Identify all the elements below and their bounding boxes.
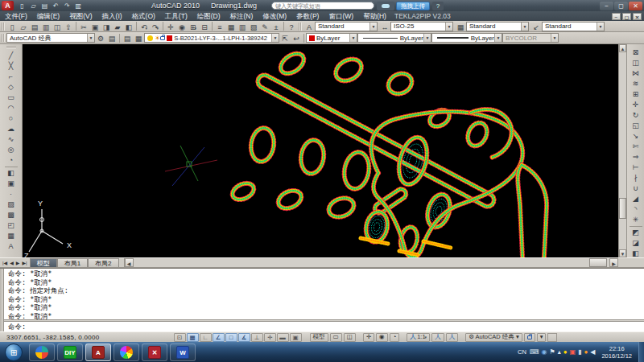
chevron-down-icon[interactable]: ▼ <box>597 23 604 31</box>
gradient-icon[interactable]: ▩ <box>4 210 19 220</box>
pan-icon[interactable]: ✛ <box>165 22 176 31</box>
volume-icon[interactable]: ◀ <box>590 348 595 356</box>
save-icon[interactable]: ▤ <box>39 2 50 10</box>
plot-preview-icon[interactable]: ◫ <box>52 22 63 31</box>
layer-previous-icon[interactable]: ↩ <box>291 33 302 43</box>
chevron-down-icon[interactable]: ▼ <box>369 23 377 31</box>
toolbar-grip[interactable] <box>2 23 5 31</box>
app-logo-icon[interactable]: A <box>2 1 14 10</box>
publish-icon[interactable]: ⇪ <box>63 22 74 31</box>
break-icon[interactable]: ∤ <box>629 173 643 183</box>
chamfer-icon[interactable]: ◢ <box>629 194 643 204</box>
layer-states-icon[interactable]: ▦ <box>133 33 144 43</box>
scroll-up-icon[interactable]: ▲ <box>619 44 626 52</box>
ortho-toggle[interactable]: ∟ <box>200 333 212 342</box>
layer-lock-icon[interactable] <box>160 36 165 40</box>
tab-布局2[interactable]: 布局2 <box>88 258 118 267</box>
search-input[interactable]: 键入关键字或短语 <box>271 2 374 10</box>
menu-item-1[interactable]: 编辑(E) <box>32 11 64 21</box>
vertical-scroll-thumb[interactable] <box>619 198 626 219</box>
redo-icon[interactable]: ↷▾ <box>62 2 72 10</box>
alert-icon[interactable]: ▣ <box>569 348 576 356</box>
bring-to-front-icon[interactable]: ◩ <box>629 228 643 238</box>
doc-restore-button[interactable]: ◻ <box>622 13 631 20</box>
array-icon[interactable]: ⊞ <box>629 89 643 100</box>
update-icon[interactable]: ● <box>584 348 588 356</box>
chevron-down-icon[interactable]: ▼ <box>87 34 94 42</box>
tab-模型[interactable]: 模型 <box>30 258 57 267</box>
communication-center-button[interactable] <box>377 2 394 10</box>
vertical-scrollbar[interactable]: ▲ ▼ <box>618 44 626 257</box>
menu-item-4[interactable]: 格式(O) <box>127 11 160 21</box>
stretch-icon[interactable]: ↘ <box>629 131 643 142</box>
menu-item-10[interactable]: 窗口(W) <box>324 11 358 21</box>
zoom-icon[interactable]: ◉ <box>376 333 388 342</box>
make-object-layer-current-icon[interactable]: ⇱ <box>279 33 291 43</box>
workspace-switch-button[interactable]: ⚙ AutoCAD 经典 ▾ <box>465 333 522 342</box>
status-menu-button[interactable]: ▾ <box>537 333 547 342</box>
tab-nav-icon-3[interactable]: ▶| <box>21 260 27 265</box>
send-to-back-icon[interactable]: ◪ <box>629 238 643 249</box>
join-icon[interactable]: ∪ <box>629 183 643 194</box>
layer-properties-icon[interactable]: ▤ <box>122 33 133 43</box>
circle-icon[interactable]: ○ <box>4 113 19 124</box>
clean-screen-button[interactable] <box>547 333 557 342</box>
menu-item-8[interactable]: 修改(M) <box>258 11 291 21</box>
chevron-down-icon[interactable]: ▼ <box>349 34 357 42</box>
table-icon[interactable]: ▦ <box>4 231 19 241</box>
tab-布局1[interactable]: 布局1 <box>57 258 88 267</box>
help-button[interactable]: ? <box>432 2 444 10</box>
layer-combo[interactable]: ☀ S-B2021-LYF-3-...1-LPH-1-389242 ▼ <box>144 33 279 43</box>
undo-icon[interactable]: ↶▾ <box>51 2 61 10</box>
flag-icon[interactable]: ⚑ <box>549 348 555 356</box>
app-color-wheel[interactable] <box>114 343 139 361</box>
taskbar-clock[interactable]: 22:16 2016/12/12 <box>601 345 632 360</box>
toolbar-grip[interactable] <box>299 23 302 31</box>
copy-icon[interactable]: ◫ <box>629 58 643 68</box>
offset-icon[interactable]: ≋ <box>629 79 643 89</box>
keyboard-icon[interactable]: ⌨ <box>530 348 539 356</box>
linetype-combo[interactable]: ByLayer ▼ <box>357 33 431 43</box>
quick-view-layouts-icon[interactable]: ▭ <box>330 333 342 342</box>
command-window[interactable]: 命令: *取消*命令: *取消*命令: 指定对角点:命令: *取消*命令: *取… <box>0 268 644 331</box>
osnap-toggle[interactable]: □ <box>225 333 237 342</box>
menu-item-7[interactable]: 标注(N) <box>225 11 258 21</box>
steeringwheel-icon[interactable]: ◔ <box>390 333 400 342</box>
layer-freeze-icon[interactable]: ☀ <box>155 35 160 42</box>
battery-icon[interactable]: ▮ <box>578 348 581 356</box>
restore-button[interactable]: ◻ <box>614 2 628 10</box>
doc-minimize-button[interactable]: − <box>612 13 621 20</box>
snap-toggle[interactable]: ⊡ <box>174 333 186 342</box>
mtext-icon[interactable]: A <box>4 241 19 252</box>
antivirus-icon[interactable]: ● <box>564 348 568 356</box>
insert-block-icon[interactable]: ◧ <box>4 168 19 179</box>
horizontal-scrollbar[interactable]: ◀ ▶ <box>124 258 618 267</box>
app-autocad[interactable]: A <box>85 343 111 361</box>
rectangle-icon[interactable]: ▭ <box>4 93 19 103</box>
mleader-style-icon[interactable]: ↙ <box>530 22 542 31</box>
ellipse-arc-icon[interactable]: ◔ <box>4 155 19 166</box>
new-icon[interactable]: ▯ <box>6 22 18 31</box>
minimize-button[interactable]: − <box>600 2 613 10</box>
dyn-toggle[interactable]: ✛ <box>264 333 276 342</box>
drag-upload-button[interactable]: 拖拽上传 <box>396 2 430 10</box>
scale-icon[interactable]: ◱ <box>629 121 643 131</box>
pan-icon[interactable]: ✛ <box>363 333 374 342</box>
layer-on-icon[interactable] <box>147 35 153 41</box>
scroll-right-icon[interactable]: ▶ <box>609 258 618 267</box>
toolbar-grip[interactable] <box>6 46 16 49</box>
trim-icon[interactable]: ✄ <box>629 142 643 152</box>
horizontal-scroll-thumb[interactable] <box>589 258 607 267</box>
dim-style-combo[interactable]: ISO-25▼ <box>390 22 453 31</box>
show-desktop-button[interactable] <box>638 342 644 362</box>
undo-icon[interactable]: ↶▾ <box>138 22 150 31</box>
toolbar-grip[interactable] <box>2 34 5 42</box>
chevron-down-icon[interactable]: ▼ <box>521 23 528 31</box>
scroll-left-icon[interactable]: ◀ <box>125 258 134 267</box>
plot-icon[interactable]: ▥▾ <box>73 2 84 10</box>
annotation-autoscale-icon[interactable]: 人 <box>446 333 459 342</box>
copy-icon[interactable]: ▣ <box>89 22 101 31</box>
lock-ui-button[interactable] <box>524 333 535 342</box>
table-style-combo[interactable]: Standard▼ <box>466 22 529 31</box>
construction-line-icon[interactable]: ╳ <box>4 61 19 72</box>
